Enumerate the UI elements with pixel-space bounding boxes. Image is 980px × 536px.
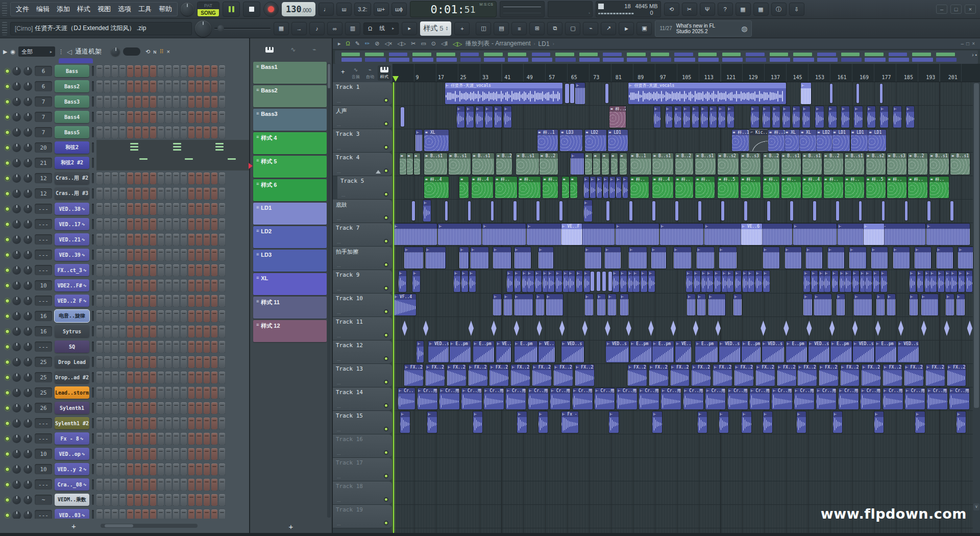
clip-FX..2[interactable]: ⊢ FX..2 (671, 364, 690, 386)
channel-enable-led[interactable] (5, 436, 10, 441)
step-cell[interactable] (219, 188, 225, 200)
step-cell[interactable] (112, 494, 118, 506)
step-cell[interactable] (165, 295, 172, 307)
clip[interactable]: ⊢ (597, 177, 602, 198)
channel-vol-knob[interactable] (23, 143, 32, 152)
playlist-lane[interactable]: ⊢ ⊢ ⊢ ⊢ ⊢ ⊢ ≡ 样..2⊢ ⊢ ⊢ ⊢ ⊢ ⊢ ⊢ ⊢ ⊢ ⊢ ⊢ … (392, 106, 980, 129)
track-header[interactable]: Track 17... (333, 458, 392, 481)
step-cell[interactable] (204, 65, 210, 77)
playlist-speaker-icon[interactable]: ◁▷ (453, 40, 462, 47)
clip[interactable] (852, 318, 857, 339)
clip[interactable]: ⊢ (735, 271, 742, 292)
clip-VE..[interactable]: ⊢ VE.. (675, 341, 691, 362)
channel-number[interactable]: --- (35, 204, 52, 214)
clip[interactable]: ⊢ (514, 247, 531, 269)
step-cell[interactable] (119, 433, 126, 445)
clip[interactable]: ⊢ (832, 271, 839, 292)
channel-button[interactable]: Cras..用 #3 (55, 187, 89, 200)
clip[interactable]: ⊢ (854, 294, 872, 315)
pattern-item[interactable]: ≡LD2 (253, 226, 327, 248)
step-cell[interactable] (142, 326, 149, 337)
step-cell[interactable] (150, 295, 156, 307)
clip-Cr..用[interactable]: ⊢ Cr..用 (905, 388, 925, 409)
step-cell[interactable] (165, 464, 172, 475)
clip[interactable]: ⊢ (548, 271, 554, 292)
picker-tab-自动[interactable]: ⌁自动 (363, 65, 377, 81)
step-cell[interactable] (204, 433, 210, 445)
step-cell[interactable] (96, 173, 103, 184)
clip-LD1[interactable]: ≡ LD1 (868, 130, 886, 151)
slip-icon[interactable]: ◁▷ (397, 40, 406, 47)
step-cell[interactable] (211, 418, 217, 429)
step-cell[interactable] (142, 111, 149, 123)
step-cell[interactable] (119, 81, 126, 92)
clip-Cr..用[interactable]: ⊢ Cr..用 (949, 388, 969, 409)
clip[interactable]: ⊢ (620, 271, 627, 292)
clip[interactable]: ⊢ (917, 271, 924, 292)
clip[interactable] (950, 201, 953, 221)
step-cell[interactable] (204, 81, 210, 92)
step-cell[interactable] (96, 479, 103, 491)
clip[interactable]: ⊢ (803, 271, 810, 292)
step-cell[interactable] (150, 65, 156, 77)
track-mute-led[interactable] (384, 239, 388, 243)
clip[interactable]: ⊢ (597, 294, 605, 315)
step-cell[interactable] (127, 218, 133, 230)
channel-enable-led[interactable] (5, 222, 10, 227)
clip-Cr..用[interactable]: ⊢ Cr..用 (705, 388, 725, 409)
clip-VED..s[interactable]: ⊢ VED..s (808, 341, 829, 362)
step-cell[interactable] (150, 203, 156, 215)
playlist-lane[interactable] (392, 434, 980, 458)
clip[interactable]: ⊢ (514, 271, 521, 292)
clip[interactable]: ⊢ (706, 271, 713, 292)
channel-enable-led[interactable] (5, 421, 10, 426)
step-cell[interactable] (173, 464, 179, 475)
clip[interactable]: ⊢ (416, 341, 424, 362)
step-cell[interactable] (158, 509, 164, 519)
maximize-button[interactable]: □ (950, 5, 962, 14)
step-cell[interactable] (188, 127, 194, 138)
step-cell[interactable] (96, 203, 103, 215)
channel-vol-knob[interactable] (23, 189, 32, 198)
step-cell[interactable] (135, 433, 141, 445)
step-cell[interactable] (135, 234, 141, 246)
clip-样..[interactable]: ≡ 样.. (887, 177, 906, 198)
plugin-icon[interactable]: ⌁ (583, 22, 598, 35)
step-cell[interactable] (219, 203, 225, 215)
clip[interactable] (698, 201, 701, 221)
step-cell[interactable] (211, 464, 217, 475)
rack-swap-icon[interactable]: ◉ (10, 48, 15, 55)
help-icon[interactable]: ? (718, 3, 733, 16)
step-cell[interactable] (188, 218, 194, 230)
step-cell[interactable] (119, 65, 126, 77)
step-cell[interactable] (188, 494, 194, 506)
channel-pan-knob[interactable] (12, 312, 21, 321)
preview-icon[interactable]: ◁‖ (441, 40, 448, 47)
step-cell[interactable] (196, 81, 202, 92)
step-cell[interactable] (219, 65, 225, 77)
channel-number[interactable]: 10 (35, 449, 52, 459)
step-cell[interactable] (104, 326, 110, 337)
clip[interactable]: ⊢ (957, 411, 966, 433)
step-cell[interactable] (127, 326, 133, 337)
clip-FX..2[interactable]: ⊢ FX..2 (511, 364, 530, 386)
clip[interactable] (597, 272, 600, 291)
clip[interactable]: ⊢ (880, 106, 888, 128)
channel-number[interactable]: 21 (35, 158, 52, 168)
step-cell[interactable] (142, 494, 149, 506)
playlist-maximize[interactable]: □ (966, 41, 969, 46)
step-cell[interactable] (181, 173, 187, 184)
step-cell[interactable] (150, 280, 156, 291)
clip[interactable]: ⊢ (555, 271, 562, 292)
step-cell[interactable] (165, 234, 172, 246)
step-cell[interactable] (196, 218, 202, 230)
pattern-item[interactable]: ≡样式 12 (253, 320, 327, 342)
step-cell[interactable] (188, 356, 194, 368)
clip[interactable]: ⊢ (485, 106, 493, 128)
clip[interactable]: ⊢ (616, 177, 621, 198)
step-cell[interactable] (204, 96, 210, 108)
step-cell[interactable] (165, 81, 172, 92)
clip[interactable] (880, 84, 883, 103)
step-cell[interactable] (204, 356, 210, 368)
step-cell[interactable] (204, 479, 210, 491)
